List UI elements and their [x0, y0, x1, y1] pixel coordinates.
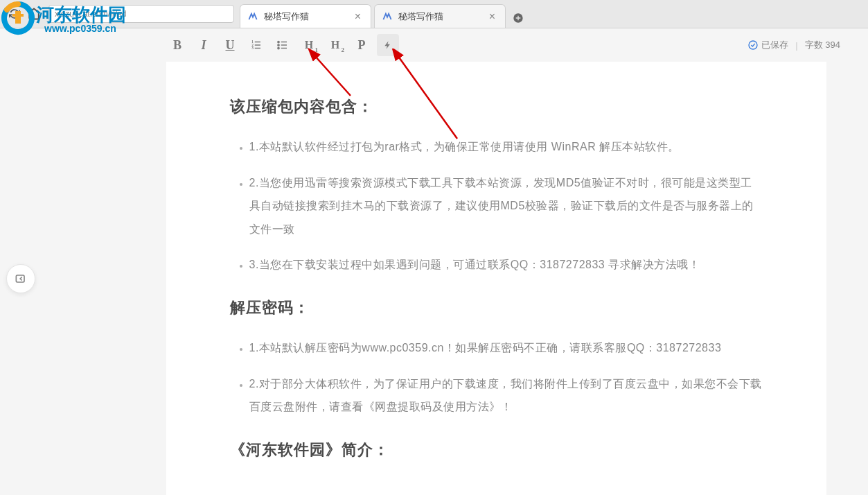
list-item[interactable]: 1.本站默认软件经过打包为rar格式，为确保正常使用请使用 WinRAR 解压本…	[249, 135, 763, 159]
tab-1[interactable]: 秘塔写作猫 ×	[240, 4, 371, 28]
toolbar: B I U 123 H H P 已保存 | 字数 394	[42, 28, 868, 62]
collapse-button[interactable]	[6, 264, 35, 293]
tab-favicon	[247, 11, 258, 22]
url-bar[interactable]: xiezuocat.com/#/ed	[48, 5, 234, 23]
tab-2[interactable]: 秘塔写作猫 ×	[374, 4, 506, 28]
tabs-container: 秘塔写作猫 × 秘塔写作猫 ×	[240, 0, 528, 28]
underline-button[interactable]: U	[219, 34, 241, 56]
h1-button[interactable]: H	[298, 34, 320, 56]
url-text: xiezuocat.com/#/ed	[55, 9, 126, 19]
close-icon[interactable]: ×	[352, 10, 364, 23]
left-rail	[0, 28, 42, 495]
new-tab-button[interactable]	[508, 8, 528, 28]
list-item[interactable]: 2.对于部分大体积软件，为了保证用户的下载速度，我们将附件上传到了百度云盘中，如…	[249, 372, 763, 419]
tab-title: 秘塔写作猫	[398, 10, 443, 23]
list-item[interactable]: 1.本站默认解压密码为www.pc0359.cn！如果解压密码不正确，请联系客服…	[249, 336, 763, 360]
svg-point-14	[278, 44, 279, 46]
refresh-button[interactable]	[6, 5, 24, 23]
saved-label: 已保存	[761, 39, 788, 51]
svg-point-13	[278, 41, 279, 42]
h2-button[interactable]: H	[324, 34, 346, 56]
status-divider: |	[795, 40, 797, 51]
svg-point-15	[278, 47, 279, 49]
tab-title: 秘塔写作猫	[264, 10, 309, 23]
unordered-list-button[interactable]	[272, 34, 294, 56]
paragraph-button[interactable]: P	[351, 34, 373, 56]
tab-favicon	[382, 11, 393, 22]
svg-text:3: 3	[251, 46, 254, 50]
word-count: 字数 394	[805, 39, 840, 51]
app-container: B I U 123 H H P 已保存 | 字数 394	[0, 28, 868, 495]
italic-button[interactable]: I	[193, 34, 215, 56]
browser-bar: xiezuocat.com/#/ed 秘塔写作猫 × 秘塔写作猫 ×	[0, 0, 868, 28]
list-item[interactable]: 2.当您使用迅雷等搜索资源模式下载工具下载本站资源，发现MD5值验证不对时，很可…	[249, 171, 763, 241]
ordered-list-button[interactable]: 123	[245, 34, 267, 56]
document-content: 该压缩包内容包含： 1.本站默认软件经过打包为rar格式，为确保正常使用请使用 …	[223, 96, 770, 460]
section-list: 1.本站默认解压密码为www.pc0359.cn！如果解压密码不正确，请联系客服…	[230, 336, 763, 419]
section-heading[interactable]: 《河东软件园》简介：	[230, 440, 763, 460]
close-icon[interactable]: ×	[486, 10, 498, 23]
section-heading[interactable]: 解压密码：	[230, 297, 763, 318]
list-item[interactable]: 3.当您在下载安装过程中如果遇到问题，可通过联系QQ：3187272833 寻求…	[249, 253, 763, 277]
svg-point-16	[749, 41, 757, 49]
check-icon	[747, 40, 759, 51]
toolbar-status: 已保存 | 字数 394	[747, 39, 840, 51]
document-paper[interactable]: 该压缩包内容包含： 1.本站默认软件经过打包为rar格式，为确保正常使用请使用 …	[166, 62, 826, 495]
section-heading[interactable]: 该压缩包内容包含：	[230, 96, 763, 117]
home-button[interactable]	[25, 5, 43, 23]
section-list: 1.本站默认软件经过打包为rar格式，为确保正常使用请使用 WinRAR 解压本…	[230, 135, 763, 277]
lightning-button[interactable]	[377, 34, 399, 56]
bold-button[interactable]: B	[166, 34, 188, 56]
editor-area: B I U 123 H H P 已保存 | 字数 394	[42, 28, 868, 495]
